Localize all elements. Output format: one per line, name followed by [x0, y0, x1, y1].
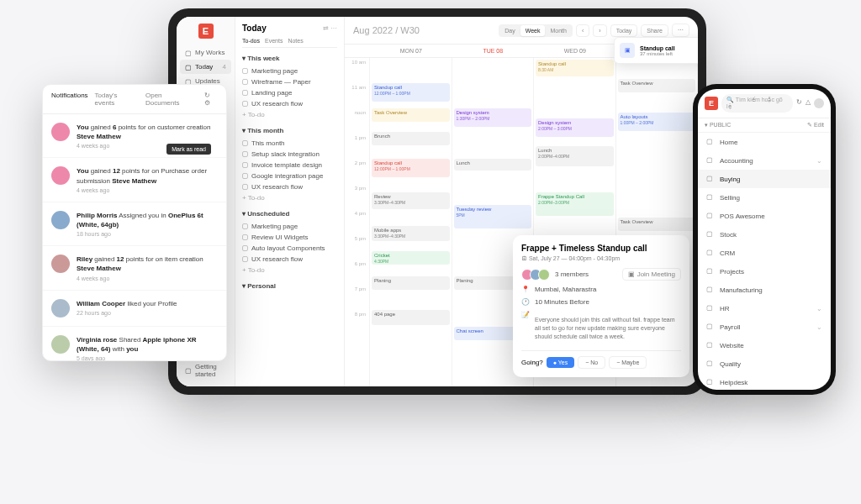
- view-day-button[interactable]: Day: [499, 25, 520, 36]
- checkbox-icon[interactable]: [242, 256, 248, 262]
- going-no-button[interactable]: − No: [578, 356, 605, 369]
- today-button[interactable]: Today: [610, 24, 638, 37]
- checkbox-icon[interactable]: [242, 162, 248, 168]
- menu-item-home[interactable]: ▢Home: [698, 133, 831, 151]
- menu-item-quality[interactable]: ▢Quality: [698, 354, 831, 373]
- menu-item-accounting[interactable]: ▢Accounting⌄: [698, 151, 831, 170]
- task-item[interactable]: Setup slack integration: [242, 149, 337, 160]
- search-input[interactable]: 🔍 Tìm kiếm hoặc gõ lệ: [721, 94, 793, 113]
- more-button[interactable]: ⋯: [672, 24, 689, 37]
- share-button[interactable]: Share: [641, 24, 668, 37]
- add-todo-button[interactable]: + To-do: [242, 192, 337, 203]
- calendar-event[interactable]: Planing: [372, 276, 450, 290]
- calendar-event[interactable]: Tuesday review5PM: [454, 205, 532, 228]
- menu-item-website[interactable]: ▢Website: [698, 336, 831, 354]
- notification-item[interactable]: Riley gained 12 points for on item creat…: [43, 246, 226, 290]
- task-item[interactable]: Auto layout Components: [242, 243, 337, 254]
- calendar-event[interactable]: Task Overview: [372, 108, 450, 122]
- menu-item-pos-awesome[interactable]: ▢POS Awesome: [698, 207, 831, 225]
- checkbox-icon[interactable]: [242, 234, 248, 240]
- checkbox-icon[interactable]: [242, 151, 248, 157]
- view-week-button[interactable]: Week: [520, 25, 546, 36]
- todo-tab-to-dos[interactable]: To-dos: [242, 38, 260, 44]
- notif-tab[interactable]: Open Documents: [145, 92, 198, 107]
- notification-item[interactable]: Philip Morris Assigned you in OnePlus 6t…: [43, 202, 226, 246]
- checkbox-icon[interactable]: [242, 173, 248, 179]
- going-maybe-button[interactable]: − Maybe: [609, 356, 647, 369]
- task-item[interactable]: Wireframe — Paper: [242, 76, 337, 87]
- join-meeting-button[interactable]: ▣ Join Meeting: [622, 268, 681, 281]
- calendar-event[interactable]: Standup call12:00PM – 1:00PM: [372, 83, 450, 102]
- notification-item[interactable]: William Cooper liked your Profile22 hour…: [43, 291, 226, 327]
- sidebar-item-today[interactable]: ▢Today4: [180, 60, 231, 74]
- menu-item-projects[interactable]: ▢Projects: [698, 262, 831, 281]
- edit-button[interactable]: ✎ Edit: [807, 122, 824, 129]
- app-logo[interactable]: E: [198, 24, 214, 39]
- calendar-month[interactable]: Aug 2022 / W30: [353, 25, 420, 35]
- app-logo[interactable]: E: [705, 97, 718, 110]
- calendar-event[interactable]: 404 page: [372, 310, 450, 325]
- avatar-icon[interactable]: [814, 98, 824, 108]
- going-yes-button[interactable]: ● Yes: [547, 357, 574, 368]
- sidebar-item-my-works[interactable]: ▢My Works: [180, 45, 231, 60]
- checkbox-icon[interactable]: [242, 223, 248, 229]
- task-item[interactable]: UX research flow: [242, 181, 337, 192]
- section-title[interactable]: ▾ Unscheduled: [242, 210, 337, 218]
- task-item[interactable]: UX research flow: [242, 254, 337, 265]
- todo-tab-events[interactable]: Events: [265, 38, 283, 44]
- day-header[interactable]: WED 09: [534, 45, 616, 57]
- calendar-event[interactable]: Task Overview: [618, 79, 696, 92]
- menu-item-crm[interactable]: ▢CRM: [698, 244, 831, 262]
- calendar-event[interactable]: Design system2:00PM – 3:00PM: [536, 118, 614, 137]
- notif-tab[interactable]: Notifications: [51, 92, 88, 107]
- notification-item[interactable]: Virginia rose Shared Apple iphone XR (Wh…: [43, 327, 226, 362]
- sync-icon[interactable]: ↻: [796, 98, 802, 108]
- calendar-event[interactable]: Standup call12:00PM – 1:00PM: [372, 159, 450, 177]
- checkbox-icon[interactable]: [242, 90, 248, 96]
- task-item[interactable]: Landing page: [242, 87, 337, 98]
- day-header[interactable]: TUE 08: [452, 45, 535, 57]
- next-button[interactable]: ›: [593, 24, 606, 37]
- calendar-event[interactable]: Mobile apps3:30PM–4:30PM: [372, 226, 450, 241]
- task-item[interactable]: Google integration page: [242, 171, 337, 181]
- sidebar-item-getting-started[interactable]: ▢Getting started: [180, 360, 231, 381]
- notif-tab[interactable]: Today's events: [95, 92, 139, 107]
- checkbox-icon[interactable]: [242, 101, 248, 107]
- calendar-event[interactable]: Review3:30PM–4:30PM: [372, 192, 450, 209]
- menu-item-hr[interactable]: ▢HR⌄: [698, 299, 831, 318]
- checkbox-icon[interactable]: [242, 68, 248, 74]
- calendar-event[interactable]: Lunch: [454, 159, 532, 171]
- calendar-event[interactable]: Brunch: [372, 132, 450, 145]
- menu-item-buying[interactable]: ▢Buying: [698, 170, 831, 188]
- calendar-event[interactable]: Design system1:30PM – 2:00PM: [454, 108, 532, 127]
- gear-icon[interactable]: ↻ ⚙: [204, 92, 218, 107]
- calendar-event[interactable]: Task Overview: [618, 218, 696, 231]
- prev-button[interactable]: ‹: [576, 24, 589, 37]
- add-todo-button[interactable]: + To-do: [242, 109, 337, 120]
- standup-reminder-card[interactable]: ▣ Standup call 37 minutes left: [614, 37, 698, 64]
- checkbox-icon[interactable]: [242, 140, 248, 146]
- checkbox-icon[interactable]: [242, 184, 248, 190]
- menu-item-manufacturing[interactable]: ▢Manufacturing: [698, 281, 831, 299]
- menu-item-helpdesk[interactable]: ▢Helpdesk: [698, 373, 831, 390]
- section-title[interactable]: ▾ This month: [242, 127, 337, 134]
- task-item[interactable]: Review UI Widgets: [242, 232, 337, 243]
- task-item[interactable]: This month: [242, 138, 337, 149]
- menu-item-selling[interactable]: ▢Selling: [698, 188, 831, 207]
- section-title[interactable]: ▾ This week: [242, 55, 337, 62]
- calendar-event[interactable]: Frappe Standup Call2:00PM–3:00PM: [536, 192, 614, 216]
- calendar-event[interactable]: Lunch2:00PM–4:00PM: [536, 146, 614, 166]
- checkbox-icon[interactable]: [242, 245, 248, 251]
- day-column[interactable]: Standup call12:00PM – 1:00PMTask Overvie…: [370, 58, 452, 386]
- todo-options-icon[interactable]: ⇄ ⋯: [323, 24, 337, 32]
- view-month-button[interactable]: Month: [545, 25, 571, 36]
- calendar-event[interactable]: Cricket4:30PM: [372, 251, 450, 265]
- checkbox-icon[interactable]: [242, 79, 248, 85]
- add-todo-button[interactable]: + To-do: [242, 265, 337, 276]
- task-item[interactable]: Marketing page: [242, 221, 337, 232]
- menu-item-stock[interactable]: ▢Stock: [698, 225, 831, 244]
- task-item[interactable]: Marketing page: [242, 66, 337, 76]
- day-header[interactable]: MON 07: [370, 45, 452, 57]
- menu-item-payroll[interactable]: ▢Payroll⌄: [698, 318, 831, 336]
- todo-tab-notes[interactable]: Notes: [288, 38, 303, 44]
